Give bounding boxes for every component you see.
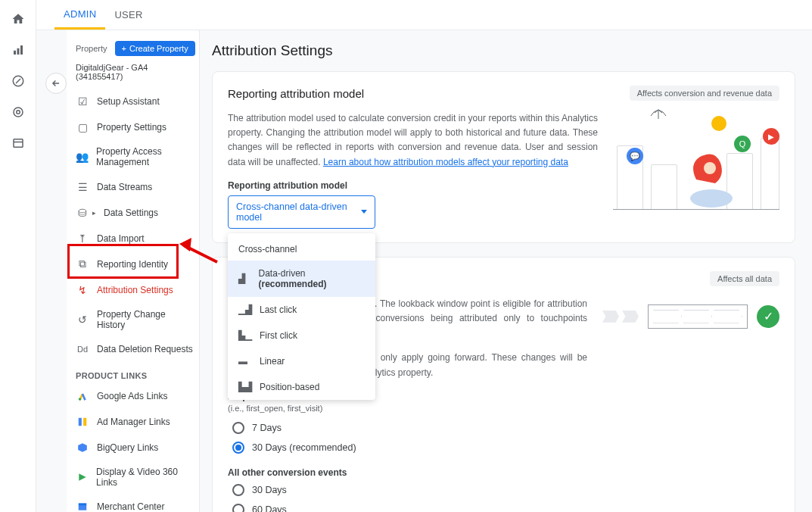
- attribution-illustration: 💬 Q ▶: [613, 111, 779, 210]
- yellow-dot-icon: [711, 116, 726, 131]
- radio-acq-30days[interactable]: 30 Days (recommended): [232, 442, 587, 454]
- database-icon: ⛁: [76, 206, 89, 220]
- chevron-down-icon: [361, 210, 367, 214]
- plus-icon: +: [122, 44, 126, 53]
- dd-first-click[interactable]: ▙▁First click: [228, 323, 375, 348]
- svg-rect-2: [20, 45, 23, 55]
- learn-more-link[interactable]: Learn about how attribution models affec…: [323, 157, 568, 167]
- nav-merchant-center[interactable]: Merchant Center: [73, 494, 199, 512]
- svg-point-8: [79, 398, 82, 401]
- acq-events-sub: (i.e., first_open, first_visit): [228, 404, 587, 413]
- lookback-illustration: ✓: [602, 304, 779, 329]
- nav-dv360[interactable]: Display & Video 360 Links: [73, 460, 199, 494]
- nav-data-streams[interactable]: ☰Data Streams: [73, 174, 199, 200]
- svg-rect-10: [83, 418, 86, 426]
- dd-linear[interactable]: ▬Linear: [228, 348, 375, 374]
- nav-attribution-settings[interactable]: ↯Attribution Settings: [73, 277, 199, 303]
- other-events-label: All other conversion events: [228, 467, 587, 478]
- card1-chip: Affects conversion and revenue data: [630, 86, 779, 101]
- create-property-button[interactable]: +Create Property: [115, 41, 195, 56]
- check-square-icon: ☑: [76, 95, 89, 108]
- annotation-arrow: [179, 236, 219, 264]
- bigquery-icon: [76, 441, 89, 454]
- nav-deletion-requests[interactable]: DdData Deletion Requests: [73, 336, 199, 362]
- position-icon: ▙▟: [238, 382, 250, 392]
- configure-icon[interactable]: [11, 136, 25, 152]
- card1-description: The attribution model used to calculate …: [228, 111, 598, 170]
- annotation-highlight-box: [67, 244, 179, 279]
- history-icon: ↺: [76, 313, 89, 326]
- svg-marker-11: [78, 443, 87, 452]
- svg-rect-9: [79, 418, 82, 426]
- svg-point-4: [14, 108, 23, 117]
- svg-point-16: [690, 189, 733, 208]
- svg-rect-13: [79, 503, 87, 505]
- svg-rect-0: [14, 51, 16, 55]
- last-click-icon: ▁▟: [238, 304, 250, 315]
- nav-property-access[interactable]: 👥Property Access Management: [73, 140, 199, 174]
- radio-other-30days[interactable]: 30 Days: [232, 484, 587, 496]
- dv360-icon: [76, 470, 89, 484]
- search-bubble-icon: Q: [734, 136, 751, 152]
- attribution-model-dropdown: Cross-channel ▟Data-driven (recommended)…: [228, 233, 375, 400]
- tab-user[interactable]: USER: [105, 2, 151, 28]
- nav-bigquery[interactable]: BigQuery Links: [73, 435, 199, 460]
- play-bubble-icon: ▶: [763, 128, 779, 145]
- streams-icon: ☰: [76, 180, 89, 194]
- people-icon: 👥: [76, 150, 89, 164]
- svg-rect-6: [14, 139, 23, 148]
- ad-manager-icon: [76, 415, 89, 429]
- nav-property-settings[interactable]: ▢Property Settings: [73, 114, 199, 140]
- attribution-model-select[interactable]: Cross-channel data-driven model: [228, 195, 375, 229]
- svg-rect-12: [79, 504, 87, 510]
- card1-title: Reporting attribution model: [228, 87, 364, 100]
- reporting-attribution-card: Reporting attribution model Affects conv…: [212, 71, 795, 243]
- back-button[interactable]: [45, 73, 67, 94]
- svg-point-17: [704, 162, 716, 174]
- section-product-links: PRODUCT LINKS: [73, 362, 199, 383]
- card2-chip: Affects all data: [710, 271, 779, 286]
- dropdown-group-crosschannel: Cross-channel: [228, 238, 375, 261]
- svg-point-5: [16, 111, 20, 114]
- google-ads-icon: [76, 389, 89, 403]
- nav-change-history[interactable]: ↺Property Change History: [73, 303, 199, 336]
- dd-data-driven[interactable]: ▟Data-driven (recommended): [228, 261, 375, 297]
- attribution-model-label: Reporting attribution model: [228, 180, 598, 191]
- nav-ad-manager[interactable]: Ad Manager Links: [73, 409, 199, 435]
- property-label: Property: [76, 44, 107, 53]
- linear-icon: ▬: [238, 356, 250, 367]
- nav-setup-assistant[interactable]: ☑Setup Assistant: [73, 89, 199, 114]
- check-circle-icon: ✓: [757, 305, 779, 328]
- message-bubble-icon: 💬: [627, 148, 643, 164]
- bar-chart-icon: ▟: [238, 273, 249, 284]
- nav-google-ads[interactable]: Google Ads Links: [73, 383, 199, 409]
- page-title: Attribution Settings: [212, 42, 795, 59]
- radio-other-60days[interactable]: 60 Days: [232, 504, 587, 512]
- svg-rect-1: [17, 48, 19, 55]
- advertising-icon[interactable]: [11, 105, 25, 121]
- explore-icon[interactable]: [11, 74, 25, 90]
- property-name: DigitaldjGear - GA4 (341855417): [73, 62, 199, 89]
- first-click-icon: ▙▁: [238, 330, 250, 341]
- attribution-icon: ↯: [76, 283, 89, 297]
- dd-position-based[interactable]: ▙▟Position-based: [228, 374, 375, 395]
- tab-admin[interactable]: ADMIN: [54, 1, 105, 30]
- reports-icon[interactable]: [11, 43, 25, 59]
- dd-last-click[interactable]: ▁▟Last click: [228, 297, 375, 323]
- nav-data-settings[interactable]: ⛁▸Data Settings: [73, 200, 199, 226]
- dd-icon: Dd: [76, 342, 89, 356]
- home-icon[interactable]: [11, 12, 25, 28]
- merchant-icon: [76, 500, 89, 512]
- card-icon: ▢: [76, 120, 89, 134]
- radio-acq-7days[interactable]: 7 Days: [232, 422, 587, 434]
